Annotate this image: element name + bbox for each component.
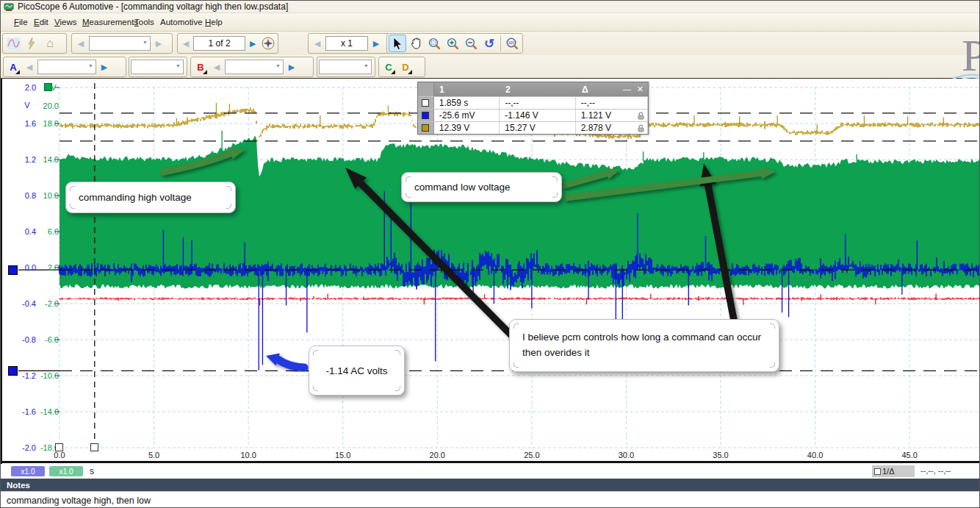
- y-axis-green-tick: 10.0: [33, 191, 59, 200]
- notes-header: Notes: [1, 479, 980, 491]
- time-ruler-handle-origin[interactable]: [55, 443, 63, 451]
- left-arrow-icon: ◀: [314, 39, 320, 49]
- zoom-factor-decrease-button[interactable]: ◀: [310, 35, 325, 52]
- y-axis-green-tick: 18.0: [33, 119, 59, 128]
- pico-logo-partial: P: [962, 33, 980, 77]
- x-axis-tick: 0.0: [47, 451, 72, 459]
- time-ruler-handle-active[interactable]: [90, 443, 98, 451]
- right-arrow-icon: ▶: [156, 39, 162, 49]
- menu-item-edit[interactable]: Edit: [31, 16, 51, 28]
- buffer-indicator: 1 of 2: [193, 36, 245, 51]
- waveform-button[interactable]: [4, 35, 22, 52]
- channel-b-next-button[interactable]: ▶: [284, 58, 299, 76]
- zoom-out-button[interactable]: [462, 35, 480, 52]
- y-axis-blue-tick: 1.6: [8, 119, 36, 128]
- channel-a-range-dropdown[interactable]: [37, 60, 96, 74]
- menu-item-tools[interactable]: Tools: [131, 16, 157, 28]
- channel-a-group: A ◀ ▶: [3, 57, 126, 77]
- channel-b-coupling-dropdown[interactable]: [319, 60, 372, 74]
- lock-icon: [638, 112, 644, 120]
- close-rulers-button[interactable]: ✕: [637, 85, 644, 94]
- ruler-delta-values: --,--, --,--: [920, 466, 951, 475]
- y-axis-green-tick: 14.0: [33, 155, 59, 164]
- channel-b-prev-button[interactable]: ◀: [209, 58, 224, 76]
- prev-buffer-button[interactable]: ◀: [179, 35, 192, 52]
- trigger-button[interactable]: [23, 35, 40, 52]
- x-axis-tick: 5.0: [142, 451, 167, 459]
- ruler-checkbox[interactable]: [874, 468, 881, 475]
- svg-text:100: 100: [508, 40, 515, 45]
- window-title: PicoScope 6 Automotive - [commanding vol…: [18, 1, 288, 12]
- channel-b-button[interactable]: B: [192, 58, 209, 76]
- next-waveform-button[interactable]: ▶: [151, 35, 166, 52]
- pointer-tools-group: ↺ 100: [386, 33, 523, 54]
- ruler-value: 1.121 V: [576, 110, 648, 121]
- annotation-text: commanding high voltage: [79, 190, 192, 205]
- zoom-factor-value: x 1: [325, 36, 368, 51]
- right-arrow-icon: ▶: [373, 39, 379, 49]
- marquee-zoom-button[interactable]: [425, 35, 443, 52]
- channel-a-ruler-handle-1[interactable]: [8, 265, 18, 275]
- x-axis-tick: 20.0: [425, 451, 450, 459]
- channel-a-ruler-handle-2[interactable]: [8, 366, 18, 376]
- waveform-dropdown[interactable]: [89, 36, 151, 51]
- left-arrow-icon: ◀: [183, 39, 189, 49]
- channel-a-next-button[interactable]: ▶: [97, 58, 112, 76]
- left-arrow-icon: ◀: [214, 62, 220, 72]
- home-button[interactable]: ⌂: [41, 35, 59, 52]
- notes-content[interactable]: commanding voltage high, then low: [1, 491, 980, 508]
- menu-item-file[interactable]: File: [11, 16, 31, 28]
- channel-a-button[interactable]: A: [5, 58, 21, 76]
- prev-waveform-button[interactable]: ◀: [73, 35, 88, 52]
- pointer-tool-button[interactable]: [389, 35, 406, 52]
- channel-c-button[interactable]: C: [381, 58, 397, 76]
- zoom-factor-increase-button[interactable]: ▶: [369, 35, 383, 52]
- annotation-callout-pcm[interactable]: I believe pcm controls how long a comman…: [509, 319, 779, 372]
- y-axis-blue-tick: -0.8: [8, 335, 36, 344]
- minimize-rulers-button[interactable]: —: [623, 85, 631, 94]
- annotation-text: -1.14 AC volts: [325, 363, 387, 379]
- hand-icon: [411, 37, 422, 49]
- annotation-arrow-blue[interactable]: [266, 353, 304, 368]
- channel-toolbar: A ◀ ▶ B ◀ ▶ C D: [1, 55, 980, 79]
- x-axis-tick: 15.0: [331, 451, 356, 459]
- x-axis-tick: 25.0: [519, 451, 544, 459]
- picoscope-window: PicoScope 6 Automotive - [commanding vol…: [0, 0, 980, 508]
- channel-d-button[interactable]: D: [397, 58, 414, 76]
- zoom-in-button[interactable]: [444, 35, 461, 52]
- pan-tool-button[interactable]: [407, 35, 425, 52]
- y-axis-blue-tick: 0.8: [8, 191, 36, 200]
- marquee-zoom-icon: [428, 37, 441, 50]
- zoom-100-button[interactable]: 100: [503, 35, 521, 52]
- app-icon: [4, 2, 14, 12]
- annotation-callout-commanding-high[interactable]: commanding high voltage: [65, 182, 236, 213]
- undo-zoom-button[interactable]: ↺: [480, 35, 498, 52]
- home-icon: ⌂: [46, 37, 54, 50]
- annotation-callout-ac-volts[interactable]: -1.14 AC volts: [309, 346, 405, 396]
- x-axis-tick: 30.0: [613, 451, 638, 459]
- x-zoom-badge-blue: x1.0: [11, 466, 45, 476]
- channel-a-prev-button[interactable]: ◀: [22, 58, 37, 76]
- menu-item-automotive[interactable]: Automotive: [157, 16, 206, 28]
- file-tools-group: ⌂: [2, 33, 67, 54]
- ruler-values-table[interactable]: 1 2 Δ — ✕ 1.859 s--,----,---25.6 mV-1.14…: [417, 82, 649, 135]
- zoom-100-icon: 100: [505, 37, 519, 50]
- y-axis-green-tick: -10.0: [33, 371, 59, 380]
- buffer-navigator-button[interactable]: [260, 35, 276, 52]
- main-toolbar: ⌂ ◀ ▶ ◀ 1 of 2 ▶ ◀ x 1 ▶ ↺ 100: [1, 32, 980, 55]
- x-zoom-badge-green: x1.0: [49, 466, 83, 476]
- waveform-chart[interactable]: [2, 79, 980, 462]
- y-axis-green-tick: 6.0: [33, 227, 59, 236]
- channel-c-ruler-handle[interactable]: [44, 83, 52, 91]
- x-axis-tick: 45.0: [897, 451, 922, 459]
- menu-item-help[interactable]: Help: [202, 16, 226, 28]
- next-buffer-button[interactable]: ▶: [246, 35, 259, 52]
- annotation-callout-command-low[interactable]: command low voltage: [401, 172, 562, 202]
- ruler-table-header: 1 2 Δ — ✕: [418, 82, 648, 96]
- channel-b-range-dropdown[interactable]: [225, 60, 284, 74]
- ruler-value: -1.146 V: [500, 110, 575, 121]
- scale-bar: x1.0 x1.0 s 1/Δ --,--, --,--: [1, 464, 980, 479]
- channel-a-coupling-dropdown[interactable]: [131, 60, 184, 74]
- ruler-value: 12.39 V: [434, 122, 500, 134]
- menu-item-views[interactable]: Views: [51, 16, 79, 28]
